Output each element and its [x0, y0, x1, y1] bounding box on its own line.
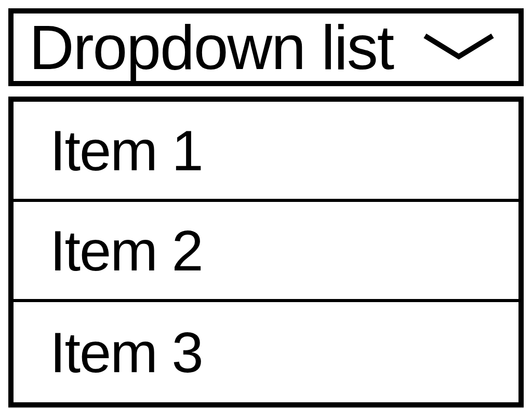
- dropdown-item-label: Item 2: [50, 217, 203, 283]
- dropdown-item-2[interactable]: Item 2: [14, 202, 518, 302]
- dropdown-item-3[interactable]: Item 3: [14, 302, 518, 402]
- dropdown-header[interactable]: Dropdown list: [8, 8, 524, 86]
- dropdown-item-1[interactable]: Item 1: [14, 102, 518, 202]
- dropdown-list: Item 1 Item 2 Item 3: [8, 97, 524, 407]
- dropdown-item-label: Item 3: [50, 319, 203, 385]
- dropdown-item-label: Item 1: [50, 117, 203, 183]
- chevron-down-icon: [420, 31, 498, 64]
- dropdown-label: Dropdown list: [29, 11, 393, 83]
